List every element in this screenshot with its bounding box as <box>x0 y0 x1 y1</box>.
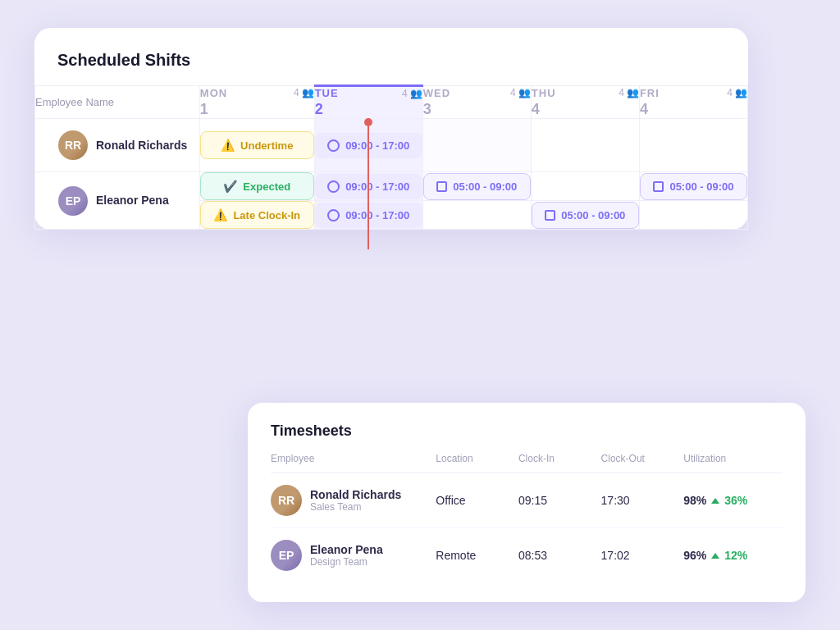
util-pct-ronald: 98% <box>683 494 706 507</box>
shift-eleanor-mon-r1: ✔️ Expected <box>199 172 314 201</box>
ts-clockout-eleanor: 17:02 <box>601 549 684 562</box>
square-icon <box>436 181 447 192</box>
arrow-up-icon-eleanor <box>711 553 719 559</box>
timesheet-row-eleanor: EP Eleanor Pena Design Team Remote 08:53… <box>271 528 783 582</box>
time-label-eleanor-wed: 05:00 - 09:00 <box>453 180 517 193</box>
time-label-eleanor-tue-r1: 09:00 - 17:00 <box>345 180 409 193</box>
ts-header-location: Location <box>436 453 518 464</box>
day-num-fri: 4 <box>640 101 747 118</box>
shift-eleanor-mon-r2: ⚠️ Late Clock-In <box>199 201 314 230</box>
day-num-thu: 4 <box>532 101 639 118</box>
ts-name-eleanor: Eleanor Pena <box>310 543 383 556</box>
day-header-mon: MON 4 👥 1 <box>199 86 314 119</box>
arrow-up-icon-ronald <box>711 498 719 504</box>
ts-clockin-eleanor: 08:53 <box>518 549 601 562</box>
ts-header-clockout: Clock-Out <box>601 453 684 464</box>
day-header-fri: FRI 4 👥 4 <box>639 86 747 119</box>
avatar-ronald: RR <box>58 130 88 160</box>
employee-column-header: Employee Name <box>35 86 200 119</box>
shift-ronald-wed <box>422 119 531 172</box>
users-icon-mon: 👥 <box>302 87 314 98</box>
square-icon <box>545 210 555 221</box>
timesheet-title: Timesheets <box>271 422 783 440</box>
day-num-wed: 3 <box>423 101 531 118</box>
ts-avatar-ronald: RR <box>271 485 302 516</box>
schedule-table: Employee Name MON 4 👥 1 <box>34 84 748 230</box>
ts-name-ronald: Ronald Richards <box>310 488 401 501</box>
day-num-mon: 1 <box>200 101 314 118</box>
day-num-tue: 2 <box>315 101 422 118</box>
users-icon-wed: 👥 <box>518 87 531 98</box>
users-icon-fri: 👥 <box>735 87 747 98</box>
day-label-wed: WED <box>423 87 450 99</box>
employee-cell-ronald: RR Ronald Richards <box>35 119 200 172</box>
time-label-eleanor-fri: 05:00 - 09:00 <box>669 180 733 193</box>
ts-header-clockin: Clock-In <box>518 453 601 464</box>
employee-name-eleanor: Eleanor Pena <box>96 193 169 208</box>
table-row: RR Ronald Richards ⚠️ Undertime 0 <box>35 119 748 172</box>
employee-name-ronald: Ronald Richards <box>96 138 187 153</box>
day-header-wed: WED 4 👥 3 <box>422 86 531 119</box>
day-count-tue: 4 👥 <box>402 88 422 99</box>
ts-clockout-ronald: 17:30 <box>601 494 684 507</box>
expected-label: Expected <box>243 180 290 193</box>
day-count-wed: 4 👥 <box>510 87 531 98</box>
ts-team-eleanor: Design Team <box>310 556 383 568</box>
table-row: EP Eleanor Pena ✔️ Expected 09:00 <box>35 172 748 201</box>
badge-late-clockin: ⚠️ Late Clock-In <box>200 201 314 229</box>
warn-icon2: ⚠️ <box>213 208 227 221</box>
ts-avatar-eleanor: EP <box>271 540 302 571</box>
ts-location-ronald: Office <box>436 494 518 507</box>
day-label-fri: FRI <box>640 87 660 99</box>
ts-location-eleanor: Remote <box>436 549 518 562</box>
undertime-label: Undertime <box>240 139 293 152</box>
ts-team-ronald: Sales Team <box>310 501 401 513</box>
shift-ronald-mon: ⚠️ Undertime <box>199 119 314 172</box>
shift-ronald-thu <box>531 119 639 172</box>
day-header-tue: TUE 4 👥 2 <box>314 86 422 119</box>
shifts-title: Scheduled Shifts <box>34 51 748 84</box>
ts-employee-ronald: RR Ronald Richards Sales Team <box>271 485 436 516</box>
users-icon-tue: 👥 <box>410 88 422 99</box>
timesheet-row-ronald: RR Ronald Richards Sales Team Office 09:… <box>271 473 783 528</box>
time-label-ronald-tue: 09:00 - 17:00 <box>345 139 409 152</box>
time-label-eleanor-tue-r2: 09:00 - 17:00 <box>345 209 409 221</box>
ts-util-eleanor: 96% 12% <box>683 549 783 562</box>
clock-icon <box>327 209 340 221</box>
util-delta-eleanor: 12% <box>724 549 747 562</box>
day-count-fri: 4 👥 <box>727 87 747 98</box>
ts-employee-eleanor: EP Eleanor Pena Design Team <box>271 540 436 571</box>
shift-eleanor-thu-r1 <box>531 172 639 201</box>
ts-util-ronald: 98% 36% <box>683 494 783 507</box>
users-icon-thu: 👥 <box>627 87 639 98</box>
badge-box-eleanor-fri: 05:00 - 09:00 <box>640 173 747 200</box>
badge-expected: ✔️ Expected <box>200 172 314 200</box>
day-label-tue: TUE <box>315 87 339 99</box>
day-count-mon: 4 👥 <box>294 87 314 98</box>
badge-box-eleanor-wed: 05:00 - 09:00 <box>423 173 531 200</box>
util-delta-ronald: 36% <box>724 494 747 507</box>
day-label-thu: THU <box>532 87 556 99</box>
shift-ronald-fri <box>639 119 747 172</box>
ts-header-utilization: Utilization <box>683 453 783 464</box>
warn-icon: ⚠️ <box>221 139 235 152</box>
shifts-card: Scheduled Shifts Employee Name MON 4 👥 <box>34 28 748 230</box>
time-line <box>368 118 369 249</box>
clock-icon <box>327 139 340 152</box>
check-icon: ✔️ <box>223 180 237 193</box>
shift-eleanor-thu-r2: 05:00 - 09:00 <box>531 201 639 230</box>
day-header-thu: THU 4 👥 4 <box>531 86 639 119</box>
shift-eleanor-wed-r1: 05:00 - 09:00 <box>422 172 531 201</box>
late-label: Late Clock-In <box>233 209 300 221</box>
ts-clockin-ronald: 09:15 <box>518 494 601 507</box>
badge-undertime: ⚠️ Undertime <box>200 131 314 159</box>
shift-eleanor-wed-r2 <box>422 201 531 230</box>
day-count-thu: 4 👥 <box>619 87 639 98</box>
util-pct-eleanor: 96% <box>683 549 706 562</box>
timesheet-header: Employee Location Clock-In Clock-Out Uti… <box>271 453 783 473</box>
page-container: Scheduled Shifts Employee Name MON 4 👥 <box>34 28 806 602</box>
employee-cell-eleanor: EP Eleanor Pena <box>35 172 200 230</box>
time-label-eleanor-thu: 05:00 - 09:00 <box>561 209 625 221</box>
avatar-eleanor: EP <box>58 186 88 216</box>
badge-box-eleanor-thu: 05:00 - 09:00 <box>532 202 639 229</box>
